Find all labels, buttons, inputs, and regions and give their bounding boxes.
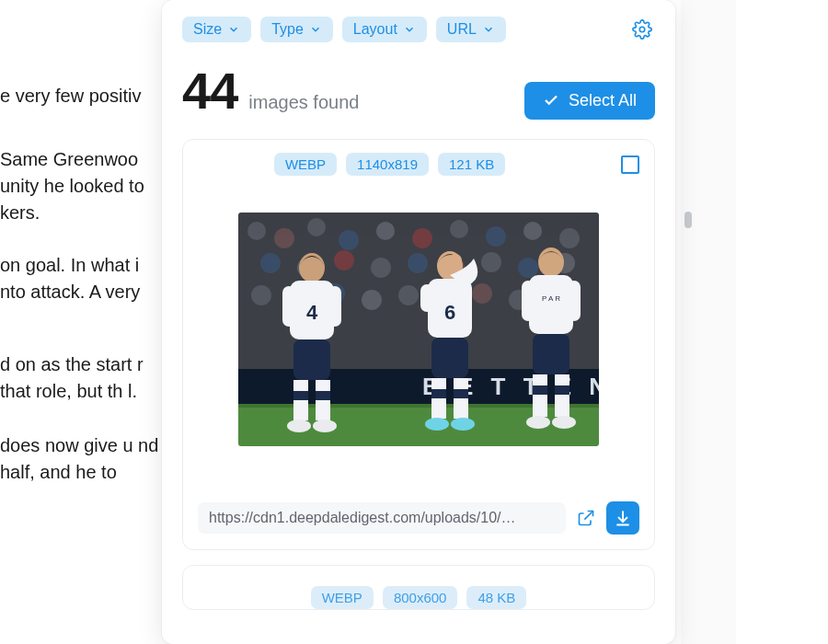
gear-icon [632, 19, 652, 40]
svg-rect-48 [420, 284, 433, 312]
page-gutter [681, 0, 828, 644]
svg-point-57 [451, 418, 475, 431]
svg-rect-59 [529, 275, 573, 334]
svg-point-19 [518, 258, 538, 278]
svg-point-25 [398, 285, 419, 305]
download-button[interactable] [606, 501, 639, 535]
svg-rect-60 [522, 281, 535, 321]
article-line: on goal. In what i nto attack. A very [0, 252, 169, 305]
result-count-label: images found [248, 92, 359, 113]
background-article: e very few positiv Same Greenwoo unity h… [0, 0, 169, 644]
filter-label: Type [271, 21, 304, 38]
chevron-down-icon [227, 23, 240, 36]
svg-point-56 [425, 418, 449, 431]
svg-point-3 [274, 228, 294, 248]
svg-point-44 [287, 420, 311, 432]
svg-line-70 [584, 512, 592, 520]
card-badges: WEBP 800x600 48 KB [198, 579, 639, 609]
svg-point-11 [559, 228, 580, 248]
svg-text:P A R: P A R [542, 294, 560, 303]
svg-point-9 [486, 226, 506, 247]
svg-point-5 [339, 230, 359, 250]
image-downloader-panel: Size Type Layout URL [162, 0, 675, 644]
svg-rect-37 [328, 286, 341, 327]
svg-point-12 [260, 253, 281, 273]
filter-label: Size [193, 21, 222, 38]
svg-rect-36 [282, 286, 295, 327]
external-link-icon [577, 509, 595, 527]
svg-point-69 [552, 416, 576, 429]
svg-point-18 [481, 252, 501, 272]
svg-point-14 [334, 250, 354, 270]
filter-type[interactable]: Type [260, 17, 333, 42]
svg-point-45 [313, 420, 337, 432]
article-line: d on as the start r that role, but th l. [0, 351, 169, 405]
card-header: WEBP 1140x819 121 KB [198, 153, 639, 176]
chevron-down-icon [309, 23, 322, 36]
image-card: WEBP 1140x819 121 KB [182, 139, 655, 550]
svg-rect-66 [533, 385, 547, 395]
filter-label: Layout [353, 21, 397, 38]
image-card: WEBP 800x600 48 KB [182, 565, 655, 610]
svg-rect-63 [533, 334, 569, 374]
chevron-down-icon [403, 23, 416, 36]
badge-filesize: 121 KB [438, 153, 505, 176]
article-line: does now give u nd half, and he to [0, 432, 169, 486]
badge-dimensions: 1140x819 [346, 153, 429, 176]
svg-rect-39 [293, 339, 330, 380]
svg-rect-65 [555, 374, 569, 417]
svg-point-27 [472, 283, 492, 304]
svg-rect-54 [431, 389, 446, 398]
filter-url[interactable]: URL [436, 17, 506, 42]
svg-point-68 [526, 416, 550, 429]
svg-point-10 [523, 222, 542, 240]
select-image-checkbox[interactable] [621, 155, 639, 174]
svg-rect-55 [454, 389, 468, 398]
download-icon [614, 509, 632, 527]
chevron-down-icon [482, 23, 495, 36]
filter-size[interactable]: Size [182, 17, 251, 42]
article-line: e very few positiv [0, 83, 169, 109]
svg-point-0 [639, 27, 645, 32]
scrollbar-thumb[interactable] [684, 212, 692, 228]
card-badges: WEBP 1140x819 121 KB [274, 153, 505, 176]
panel-scroll[interactable]: Size Type Layout URL [162, 0, 675, 644]
svg-text:6: 6 [444, 301, 455, 324]
badge-dimensions: 800x600 [383, 586, 458, 609]
svg-point-34 [299, 253, 325, 282]
svg-rect-43 [316, 391, 330, 400]
svg-point-15 [371, 258, 391, 278]
svg-rect-64 [533, 374, 547, 417]
check-icon [543, 92, 559, 109]
svg-point-8 [450, 220, 468, 238]
filter-label: URL [447, 21, 477, 38]
card-footer: https://cdn1.deepdaledigest.com/uploads/… [198, 501, 639, 535]
filter-layout[interactable]: Layout [342, 17, 427, 42]
result-count: 44 [182, 61, 237, 121]
svg-point-7 [412, 228, 432, 248]
select-all-label: Select All [569, 91, 637, 110]
article-line: Same Greenwoo unity he looked to kers. [0, 146, 169, 226]
svg-point-16 [408, 253, 428, 273]
svg-point-4 [307, 218, 326, 236]
settings-button[interactable] [629, 17, 655, 42]
svg-point-2 [247, 222, 266, 240]
open-link-button[interactable] [573, 509, 599, 527]
filter-row: Size Type Layout URL [182, 17, 655, 42]
image-url[interactable]: https://cdn1.deepdaledigest.com/uploads/… [198, 502, 566, 534]
svg-rect-67 [555, 385, 569, 395]
badge-format: WEBP [274, 153, 337, 176]
svg-rect-61 [568, 281, 581, 321]
svg-rect-51 [431, 338, 468, 378]
svg-rect-42 [293, 391, 308, 400]
svg-text:4: 4 [306, 301, 318, 324]
image-thumbnail[interactable]: B E T T E N 4 [238, 213, 599, 446]
svg-point-21 [251, 285, 271, 305]
results-header: 44 images found Select All [182, 61, 655, 121]
svg-point-24 [362, 290, 382, 310]
badge-filesize: 48 KB [466, 586, 526, 609]
select-all-button[interactable]: Select All [524, 82, 655, 120]
svg-point-49 [449, 254, 462, 267]
svg-point-6 [376, 222, 395, 240]
badge-format: WEBP [311, 586, 374, 609]
